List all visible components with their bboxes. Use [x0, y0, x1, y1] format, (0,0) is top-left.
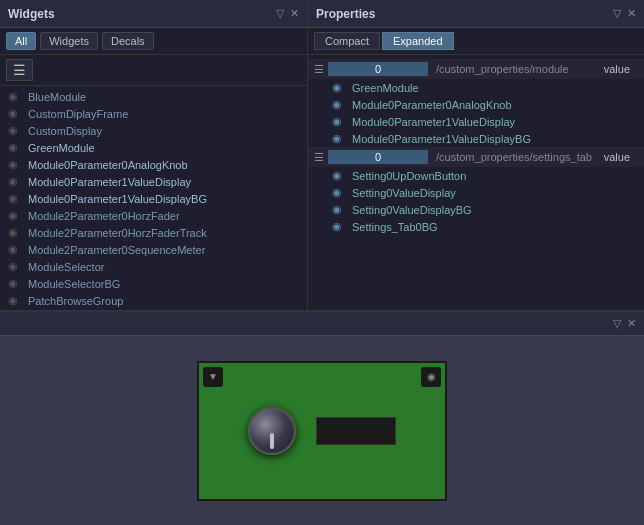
preview-filter-icon[interactable]: ▽ [613, 317, 621, 330]
prop-item[interactable]: ◉ Module0Parameter0AnalogKnob [308, 96, 644, 113]
properties-header-icons: ▽ ✕ [613, 7, 636, 20]
list-item[interactable]: ◉ ModuleSelector [0, 258, 307, 275]
list-item[interactable]: ◉ Module2Parameter0HorzFader [0, 207, 307, 224]
tab-compact[interactable]: Compact [314, 32, 380, 50]
analog-knob[interactable] [248, 407, 296, 455]
widgets-tab-bar: All Widgets Decals [0, 28, 307, 55]
list-item[interactable]: ◉ CustomDiplayFrame [0, 105, 307, 122]
prop-label: Setting0ValueDisplay [352, 187, 456, 199]
widgets-title: Widgets [8, 7, 55, 21]
widget-label: ModuleSelectorBG [28, 278, 120, 290]
prop-label: GreenModule [352, 82, 419, 94]
list-item[interactable]: ◉ BlueModule [0, 88, 307, 105]
list-item[interactable]: ◉ Module0Parameter1ValueDisplayBG [0, 190, 307, 207]
prop-item[interactable]: ◉ Module0Parameter1ValueDisplay [308, 113, 644, 130]
corner-top-right-button[interactable]: ◉ [421, 367, 441, 387]
prop-eye-icon: ◉ [332, 186, 346, 199]
prop-section-2-header: ☰ /custom_properties/settings_tab value [308, 147, 644, 167]
section-2-hamburger-icon: ☰ [314, 151, 324, 164]
properties-tab-bar: Compact Expanded [308, 28, 644, 55]
widgets-panel-header: Widgets ▽ ✕ [0, 0, 307, 28]
list-item[interactable]: ◉ Module2Parameter0SequenceMeter [0, 241, 307, 258]
prop-label: Module0Parameter0AnalogKnob [352, 99, 512, 111]
properties-close-icon[interactable]: ✕ [627, 7, 636, 20]
prop-label: Setting0ValueDisplayBG [352, 204, 472, 216]
properties-panel-header: Properties ▽ ✕ [308, 0, 644, 28]
widgets-close-icon[interactable]: ✕ [290, 7, 299, 20]
widgets-hamburger-button[interactable]: ☰ [6, 59, 33, 81]
section-1-hamburger-icon: ☰ [314, 63, 324, 76]
eye-icon: ◉ [8, 192, 22, 205]
widgets-filter-row: ☰ [0, 55, 307, 86]
widget-label: CustomDisplay [28, 125, 102, 137]
widget-label: Module0Parameter1ValueDisplay [28, 176, 191, 188]
value-display [316, 417, 396, 445]
widgets-filter-icon[interactable]: ▽ [276, 7, 284, 20]
section-2-value-col: value [604, 151, 630, 163]
list-item[interactable]: ◉ Module2Parameter0HorzFaderTrack [0, 224, 307, 241]
prop-item[interactable]: ◉ Module0Parameter1ValueDisplayBG [308, 130, 644, 147]
widget-label: BlueModule [28, 91, 86, 103]
widget-label: GreenModule [28, 142, 95, 154]
widget-label: Module0Parameter0AnalogKnob [28, 159, 188, 171]
tab-widgets[interactable]: Widgets [40, 32, 98, 50]
widget-label: Module2Parameter0HorzFaderTrack [28, 227, 207, 239]
prop-eye-icon: ◉ [332, 81, 346, 94]
widget-label: Module2Parameter0SequenceMeter [28, 244, 205, 256]
properties-title: Properties [316, 7, 375, 21]
list-item[interactable]: ◉ Module0Parameter1ValueDisplay [0, 173, 307, 190]
prop-eye-icon: ◉ [332, 98, 346, 111]
preview-close-icon[interactable]: ✕ [627, 317, 636, 330]
list-item[interactable]: ◉ GreenModule [0, 139, 307, 156]
eye-icon: ◉ [8, 107, 22, 120]
eye-icon: ◉ [8, 243, 22, 256]
eye-icon: ◉ [8, 175, 22, 188]
prop-item[interactable]: ◉ Setting0UpDownButton [308, 167, 644, 184]
section-2-path: /custom_properties/settings_tab [436, 151, 592, 163]
widget-label: Module2Parameter0HorzFader [28, 210, 180, 222]
prop-item[interactable]: ◉ GreenModule [308, 79, 644, 96]
widget-label: Module0Parameter1ValueDisplayBG [28, 193, 207, 205]
prop-section-1-header: ☰ /custom_properties/module value [308, 59, 644, 79]
corner-top-left-button[interactable]: ▼ [203, 367, 223, 387]
section-2-value-input[interactable] [328, 150, 428, 164]
eye-icon: ◉ [8, 158, 22, 171]
properties-panel: Properties ▽ ✕ Compact Expanded ☰ /custo… [308, 0, 644, 310]
widget-label: ModuleSelector [28, 261, 104, 273]
tab-all[interactable]: All [6, 32, 36, 50]
prop-eye-icon: ◉ [332, 220, 346, 233]
widgets-header-icons: ▽ ✕ [276, 7, 299, 20]
section-1-value-input[interactable] [328, 62, 428, 76]
eye-icon: ◉ [8, 260, 22, 273]
prop-item[interactable]: ◉ Setting0ValueDisplay [308, 184, 644, 201]
prop-item[interactable]: ◉ Setting0ValueDisplayBG [308, 201, 644, 218]
eye-icon: ◉ [8, 226, 22, 239]
list-item[interactable]: ◉ PatchBrowseGroup [0, 292, 307, 309]
widget-list: ◉ BlueModule ◉ CustomDiplayFrame ◉ Custo… [0, 86, 307, 310]
prop-item[interactable]: ◉ Settings_Tab0BG [308, 218, 644, 235]
prop-eye-icon: ◉ [332, 132, 346, 145]
prop-label: Setting0UpDownButton [352, 170, 466, 182]
widget-label: PatchBrowseGroup [28, 295, 123, 307]
list-item[interactable]: ◉ ModuleSelectorBG [0, 275, 307, 292]
tab-decals[interactable]: Decals [102, 32, 154, 50]
widget-label: CustomDiplayFrame [28, 108, 128, 120]
eye-icon: ◉ [8, 124, 22, 137]
list-item[interactable]: ◉ CustomDisplay [0, 122, 307, 139]
prop-eye-icon: ◉ [332, 203, 346, 216]
list-item[interactable]: ◉ Module0Parameter0AnalogKnob [0, 156, 307, 173]
preview-header: ▽ ✕ [0, 312, 644, 336]
eye-icon: ◉ [8, 209, 22, 222]
preview-panel: ▽ ✕ ▼ ◉ [0, 310, 644, 525]
section-1-value-col: value [604, 63, 630, 75]
preview-header-icons: ▽ ✕ [613, 317, 636, 330]
properties-filter-icon[interactable]: ▽ [613, 7, 621, 20]
eye-icon: ◉ [8, 277, 22, 290]
module-preview: ▼ ◉ [197, 361, 447, 501]
section-1-path: /custom_properties/module [436, 63, 569, 75]
eye-icon: ◉ [8, 141, 22, 154]
widgets-panel: Widgets ▽ ✕ All Widgets Decals ☰ ◉ BlueM… [0, 0, 308, 310]
tab-expanded[interactable]: Expanded [382, 32, 454, 50]
prop-label: Settings_Tab0BG [352, 221, 438, 233]
prop-eye-icon: ◉ [332, 115, 346, 128]
